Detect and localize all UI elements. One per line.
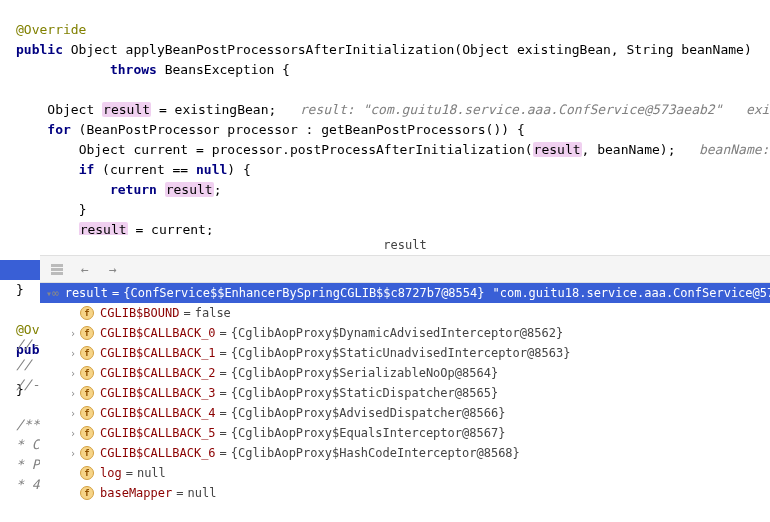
method-params: (Object existingBean, String beanName): [454, 42, 751, 57]
field-icon: f: [80, 486, 94, 500]
field-name: CGLIB$CALLBACK_0: [100, 326, 216, 340]
var-result: result: [533, 142, 582, 157]
keyword-if: if: [79, 162, 95, 177]
field-name: baseMapper: [100, 486, 172, 500]
inline-hint: beanName:: [699, 142, 769, 157]
tree-row[interactable]: ›fCGLIB$CALLBACK_5={CglibAopProxy$Equals…: [40, 423, 770, 443]
field-name: CGLIB$CALLBACK_1: [100, 346, 216, 360]
var-value: {ConfService$$EnhancerBySpringCGLIB$$c87…: [123, 286, 484, 300]
debug-toolbar: ← →: [40, 256, 770, 283]
tree-row[interactable]: ›fCGLIB$CALLBACK_2={CglibAopProxy$Serial…: [40, 363, 770, 383]
tree-row[interactable]: ›fCGLIB$CALLBACK_4={CglibAopProxy$Advise…: [40, 403, 770, 423]
expand-arrow-icon[interactable]: ›: [66, 448, 80, 459]
field-name: CGLIB$CALLBACK_6: [100, 446, 216, 460]
field-icon: f: [80, 366, 94, 380]
field-value: false: [195, 306, 231, 320]
field-icon: f: [80, 346, 94, 360]
back-icon[interactable]: ←: [76, 260, 94, 278]
debug-title: result: [40, 235, 770, 256]
field-name: log: [100, 466, 122, 480]
variable-tree[interactable]: ▾ ∞ result = {ConfService$$EnhancerBySpr…: [40, 283, 770, 503]
keyword-for: for: [47, 122, 70, 137]
field-icon: f: [80, 406, 94, 420]
field-name: CGLIB$CALLBACK_4: [100, 406, 216, 420]
tree-row[interactable]: ›fCGLIB$CALLBACK_3={CglibAopProxy$Static…: [40, 383, 770, 403]
var-tostring: "com.guitu18.service.aaa.ConfService@573…: [492, 286, 770, 300]
keyword-null: null: [196, 162, 227, 177]
method-name: applyBeanPostProcessorsAfterInitializati…: [126, 42, 455, 57]
field-name: CGLIB$CALLBACK_5: [100, 426, 216, 440]
expand-arrow-icon[interactable]: ›: [66, 428, 80, 439]
keyword-public: public: [16, 42, 63, 57]
field-value: {CglibAopProxy$HashCodeInterceptor@8568}: [231, 446, 520, 460]
expand-arrow-icon[interactable]: ›: [66, 408, 80, 419]
keyword-throws: throws: [110, 62, 157, 77]
field-icon: f: [80, 446, 94, 460]
tree-row[interactable]: flog=null: [40, 463, 770, 483]
expand-arrow-icon[interactable]: ›: [66, 348, 80, 359]
var-name: result: [65, 286, 108, 300]
field-name: CGLIB$BOUND: [100, 306, 179, 320]
field-value: {CglibAopProxy$EqualsInterceptor@8567}: [231, 426, 506, 440]
stack-icon[interactable]: [48, 260, 66, 278]
tree-row[interactable]: fCGLIB$BOUND=false: [40, 303, 770, 323]
field-value: null: [187, 486, 216, 500]
svg-rect-1: [51, 268, 63, 271]
field-icon: f: [80, 426, 94, 440]
tree-root[interactable]: ▾ ∞ result = {ConfService$$EnhancerBySpr…: [40, 283, 770, 303]
tree-row[interactable]: ›fCGLIB$CALLBACK_1={CglibAopProxy$Static…: [40, 343, 770, 363]
field-value: null: [137, 466, 166, 480]
expand-arrow-icon[interactable]: ›: [66, 388, 80, 399]
annotation: @Override: [16, 22, 86, 37]
svg-rect-0: [51, 264, 63, 267]
exception-type: BeansException: [165, 62, 275, 77]
return-type: Object: [71, 42, 118, 57]
keyword-return: return: [110, 182, 157, 197]
field-name: CGLIB$CALLBACK_2: [100, 366, 216, 380]
field-value: {CglibAopProxy$StaticUnadvisedIntercepto…: [231, 346, 571, 360]
svg-rect-2: [51, 272, 63, 275]
field-icon: f: [80, 326, 94, 340]
field-value: {CglibAopProxy$DynamicAdvisedInterceptor…: [231, 326, 563, 340]
field-icon: f: [80, 466, 94, 480]
field-value: {CglibAopProxy$StaticDispatcher@8565}: [231, 386, 498, 400]
field-icon: f: [80, 306, 94, 320]
field-icon: f: [80, 386, 94, 400]
var-result: result: [102, 102, 151, 117]
debugger-panel: result ← → ▾ ∞ result = {ConfService$$En…: [40, 235, 770, 522]
tree-row[interactable]: fbaseMapper=null: [40, 483, 770, 503]
inline-hint: result: "com.guitu18.service.aaa.ConfSer…: [300, 102, 770, 117]
tree-row[interactable]: ›fCGLIB$CALLBACK_6={CglibAopProxy$HashCo…: [40, 443, 770, 463]
expand-arrow-icon[interactable]: ›: [66, 328, 80, 339]
field-value: {CglibAopProxy$AdvisedDispatcher@8566}: [231, 406, 506, 420]
field-name: CGLIB$CALLBACK_3: [100, 386, 216, 400]
type-object: Object: [47, 102, 102, 117]
forward-icon[interactable]: →: [104, 260, 122, 278]
link-icon: ∞: [52, 286, 59, 300]
field-value: {CglibAopProxy$SerializableNoOp@8564}: [231, 366, 498, 380]
expand-arrow-icon[interactable]: ›: [66, 368, 80, 379]
var-result: result: [165, 182, 214, 197]
tree-row[interactable]: ›fCGLIB$CALLBACK_0={CglibAopProxy$Dynami…: [40, 323, 770, 343]
